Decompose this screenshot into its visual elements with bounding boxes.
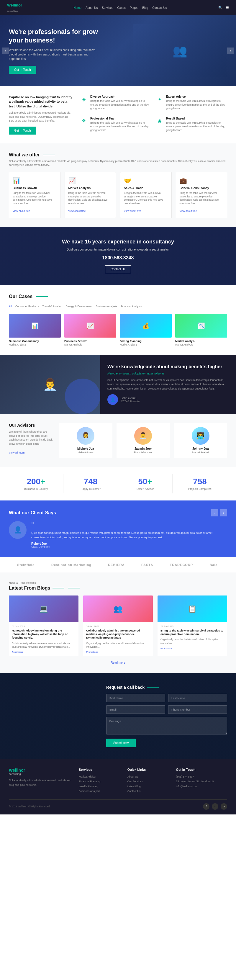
testimonial-prev-button[interactable]: ‹ [211,509,218,516]
footer-copyright: © 2023 Wellinor. All Rights Reserved. [9,805,51,808]
footer-link-4[interactable]: Contact Us [127,789,170,794]
case-image-4: 📉 [175,314,227,337]
footer-service-2[interactable]: Financial Planning [79,779,122,784]
tab-travel[interactable]: Travel & Aviation [43,304,62,309]
hero-next-button[interactable]: › [227,48,234,54]
feature-expert: ✦ Expert Advice Bring to the table win-w… [155,95,227,113]
nav-services[interactable]: Services [102,6,113,10]
case-title-4: Market Analys. [175,339,227,343]
offer-consultancy-title: General Consultancy [180,186,223,190]
diverse-icon: ◈ [80,95,88,103]
tab-business[interactable]: Business Analysis [96,304,117,309]
footer-services-title: Services [79,768,122,772]
case-category-2: Market Analysis [64,343,116,346]
footer-service-3[interactable]: Wealth Planning [79,784,122,789]
submit-button[interactable]: Submit now [106,739,136,747]
blog-card-3: 📋 22 Jan 2023 Bring to the table win-win… [158,595,227,657]
blog-date-2: 14 Jan 2023 [86,625,150,628]
case-card-1: 📊 Business Consultancy Market Analysis [9,314,61,346]
offer-growth-link[interactable]: View about free [13,210,30,212]
brand-1: Steinfield [17,563,35,566]
stat-customer: 748 Happy Customer [63,474,118,493]
twitter-icon[interactable]: t [212,803,218,810]
blog-title-3: Bring to the table win-win survival stra… [160,629,224,636]
phone-input[interactable] [168,705,227,714]
linkedin-icon[interactable]: in [221,803,227,810]
nav-cases[interactable]: Cases [117,6,126,10]
knowledge-image: 👨‍💼 [0,355,100,414]
read-more-link[interactable]: Read more [9,661,227,664]
offer-card-sales: 🤝 Sales & Trade Bring to the table win-w… [120,172,172,218]
first-name-input[interactable] [106,694,165,702]
blog-image-3: 📋 [158,595,227,622]
search-icon[interactable]: 🔍 [218,6,223,10]
case-category-4: Market Analysis [175,343,227,346]
blog-title-2: Collaboratively administrate empowered m… [86,629,150,640]
offer-description: Collaboratively administrate empowered m… [9,159,227,167]
case-image-3: 💰 [120,314,172,337]
case-image-2: 📈 [64,314,116,337]
experience-phone: 1800.568.3248 [9,255,227,261]
footer-link-3[interactable]: Latest Blog [127,784,170,789]
feature-diverse-desc: Bring to the table win-win survival stra… [90,99,151,110]
case-title-1: Business Consultancy [9,339,61,343]
knowledge-sig-role: CEO & Founder [121,400,140,403]
stat-expert: 50+ Expert Advisor [118,474,173,493]
message-textarea[interactable] [106,717,227,735]
tab-financial[interactable]: Financial Analysis [120,304,142,309]
testimonial-content: 👤 " Quid quis consequuntur magni dolores… [9,521,227,548]
tab-all[interactable]: All [9,304,12,309]
nav-blog[interactable]: Blog [142,6,148,10]
blog-section: News & Press Release Latest From Blogs 💻… [0,573,236,673]
nav-about[interactable]: About Us [86,6,98,10]
nav-actions: 🔍 ☰ [218,6,229,10]
footer-contact-phone: (866) 574 9697 [176,774,227,779]
footer-service-1[interactable]: Market Advisor [79,774,122,779]
advisor-image-3: 👨‍💻 [192,427,209,445]
tab-energy[interactable]: Energy & Environment [66,304,92,309]
view-all-team-link[interactable]: View all team [9,451,24,454]
advisor-role-2: Financial Advisor [120,451,166,454]
offer-card-consultancy: 💼 General Consultancy Bring to the table… [176,172,227,218]
callback-section: Request a call back Submit now [0,673,236,759]
hero-cta-button[interactable]: Get In Touch [9,66,36,74]
blog-desc-2: Organically grow the holistic world view… [86,641,150,649]
last-name-input[interactable] [168,694,227,702]
blog-tag-2: Promotions [86,651,150,653]
blog-tag-3: Promotions [160,647,224,650]
offer-market-link[interactable]: View about free [68,210,86,212]
intro-cta-button[interactable]: Get In Touch [9,127,36,135]
email-input[interactable] [106,705,165,714]
offer-sales-link[interactable]: View about free [124,210,141,212]
hero-prev-button[interactable]: ‹ [2,48,9,54]
feature-expert-title: Expert Advice [166,95,227,98]
testimonial-next-button[interactable]: › [220,509,227,516]
brand-6: Balai [209,563,219,566]
stat-projects-label: Projects Completed [176,487,224,490]
nav-contact[interactable]: Contact Us [152,6,167,10]
experience-cta-button[interactable]: Contact Us [105,265,131,273]
blog-desc-3: Organically grow the holistic world view… [160,638,224,645]
intro-heading: Capitalize on low hanging fruit to ident… [9,95,74,108]
nav-home[interactable]: Home [73,6,81,10]
offer-growth-desc: Bring to the table win-win survival stra… [13,191,57,206]
footer-logo: Wellinor consulting [9,768,73,775]
tab-consumer[interactable]: Consumer Products [15,304,39,309]
brand-2: Destination Marketing [51,563,92,566]
footer-link-1[interactable]: About Us [127,774,170,779]
hero-section: ‹ We're professionals for grow your busi… [0,15,236,86]
footer-links-title: Quick Links [127,768,170,772]
advisor-card-3: 👨‍💻 Johnny Joa Market Analyst [174,423,227,458]
knowledge-section: 👨‍💼 We're knowledgeable about making ben… [0,355,236,414]
offer-consultancy-link[interactable]: View about free [180,210,197,212]
hero-image: 👥 [133,24,227,77]
nav-pages[interactable]: Pages [130,6,138,10]
footer-link-2[interactable]: Our Services [127,779,170,784]
blog-title-1: Nanotechnology immersion along the infor… [12,629,76,640]
facebook-icon[interactable]: f [203,803,209,810]
stat-business-label: Business in Country [12,487,60,490]
knowledge-content: We're knowledgeable about making benefit… [100,355,236,414]
hero-title: We're professionals for grow your busine… [9,28,103,45]
menu-icon[interactable]: ☰ [226,6,229,10]
footer-service-4[interactable]: Business Analysis [79,789,122,794]
